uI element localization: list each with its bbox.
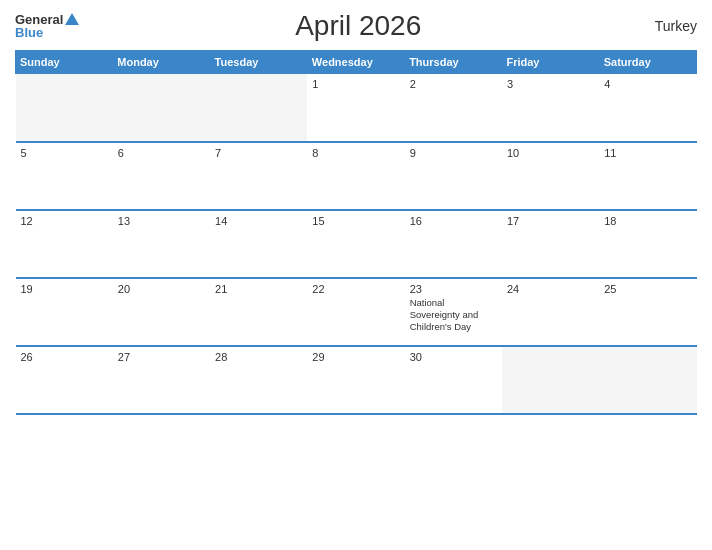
calendar-cell: 14 [210, 210, 307, 278]
day-of-week-header: Thursday [405, 51, 502, 74]
calendar-page: General Blue April 2026 Turkey SundayMon… [0, 0, 712, 550]
day-number: 27 [118, 351, 205, 363]
calendar-week-row: 1920212223National Sovereignty and Child… [16, 278, 697, 346]
header: General Blue April 2026 Turkey [15, 10, 697, 42]
calendar-body: 1234567891011121314151617181920212223Nat… [16, 74, 697, 414]
day-number: 19 [21, 283, 108, 295]
calendar-cell: 6 [113, 142, 210, 210]
day-number: 20 [118, 283, 205, 295]
day-of-week-header: Friday [502, 51, 599, 74]
calendar-cell: 29 [307, 346, 404, 414]
calendar-cell: 12 [16, 210, 113, 278]
day-number: 29 [312, 351, 399, 363]
calendar-table: SundayMondayTuesdayWednesdayThursdayFrid… [15, 50, 697, 415]
day-number: 2 [410, 78, 497, 90]
day-number: 9 [410, 147, 497, 159]
day-number: 10 [507, 147, 594, 159]
calendar-cell: 20 [113, 278, 210, 346]
day-number: 8 [312, 147, 399, 159]
day-number: 15 [312, 215, 399, 227]
day-number: 5 [21, 147, 108, 159]
calendar-cell: 23National Sovereignty and Children's Da… [405, 278, 502, 346]
day-number: 16 [410, 215, 497, 227]
calendar-week-row: 12131415161718 [16, 210, 697, 278]
day-number: 28 [215, 351, 302, 363]
day-number: 14 [215, 215, 302, 227]
calendar-header: SundayMondayTuesdayWednesdayThursdayFrid… [16, 51, 697, 74]
day-number: 23 [410, 283, 497, 295]
calendar-cell: 7 [210, 142, 307, 210]
day-number: 1 [312, 78, 399, 90]
calendar-week-row: 567891011 [16, 142, 697, 210]
days-of-week-row: SundayMondayTuesdayWednesdayThursdayFrid… [16, 51, 697, 74]
day-number: 25 [604, 283, 691, 295]
day-number: 11 [604, 147, 691, 159]
calendar-cell [599, 346, 696, 414]
calendar-cell: 15 [307, 210, 404, 278]
calendar-cell [210, 74, 307, 142]
calendar-cell: 25 [599, 278, 696, 346]
day-number: 6 [118, 147, 205, 159]
calendar-cell: 28 [210, 346, 307, 414]
calendar-cell: 11 [599, 142, 696, 210]
calendar-cell: 1 [307, 74, 404, 142]
day-number: 7 [215, 147, 302, 159]
day-number: 3 [507, 78, 594, 90]
calendar-cell [16, 74, 113, 142]
calendar-cell [113, 74, 210, 142]
calendar-cell: 13 [113, 210, 210, 278]
calendar-week-row: 2627282930 [16, 346, 697, 414]
calendar-cell: 26 [16, 346, 113, 414]
logo-triangle-icon [65, 13, 79, 25]
calendar-cell: 10 [502, 142, 599, 210]
month-title: April 2026 [79, 10, 637, 42]
day-number: 21 [215, 283, 302, 295]
calendar-cell: 16 [405, 210, 502, 278]
country-label: Turkey [637, 18, 697, 34]
calendar-cell: 8 [307, 142, 404, 210]
day-of-week-header: Saturday [599, 51, 696, 74]
calendar-week-row: 1234 [16, 74, 697, 142]
day-number: 26 [21, 351, 108, 363]
calendar-cell: 21 [210, 278, 307, 346]
calendar-cell: 17 [502, 210, 599, 278]
day-of-week-header: Wednesday [307, 51, 404, 74]
calendar-cell: 2 [405, 74, 502, 142]
calendar-cell: 30 [405, 346, 502, 414]
day-event: National Sovereignty and Children's Day [410, 297, 497, 334]
day-of-week-header: Monday [113, 51, 210, 74]
day-number: 24 [507, 283, 594, 295]
day-number: 13 [118, 215, 205, 227]
logo: General Blue [15, 13, 79, 39]
calendar-cell: 19 [16, 278, 113, 346]
day-number: 22 [312, 283, 399, 295]
calendar-cell: 4 [599, 74, 696, 142]
calendar-cell: 18 [599, 210, 696, 278]
day-number: 4 [604, 78, 691, 90]
day-number: 30 [410, 351, 497, 363]
calendar-cell: 27 [113, 346, 210, 414]
logo-blue-text: Blue [15, 26, 79, 39]
calendar-cell: 9 [405, 142, 502, 210]
day-of-week-header: Tuesday [210, 51, 307, 74]
day-number: 18 [604, 215, 691, 227]
day-of-week-header: Sunday [16, 51, 113, 74]
calendar-cell [502, 346, 599, 414]
calendar-cell: 3 [502, 74, 599, 142]
calendar-cell: 22 [307, 278, 404, 346]
day-number: 17 [507, 215, 594, 227]
calendar-cell: 24 [502, 278, 599, 346]
day-number: 12 [21, 215, 108, 227]
calendar-cell: 5 [16, 142, 113, 210]
